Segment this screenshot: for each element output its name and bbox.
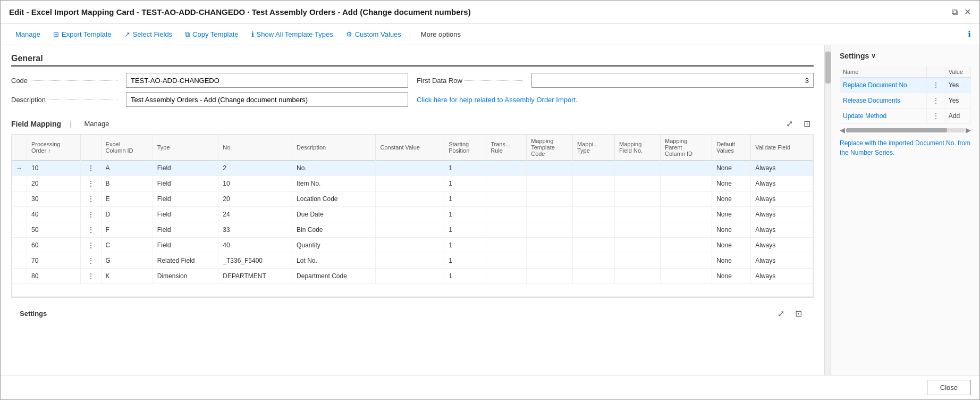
table-row[interactable]: 50 ⋮ F Field 33 Bin Code 1 None Always <box>12 222 813 238</box>
row-dots-button[interactable]: ⋮ <box>85 256 97 265</box>
settings-row[interactable]: Release Documents ⋮ Yes <box>840 93 971 109</box>
settings-name-link[interactable]: Release Documents <box>843 97 900 104</box>
row-dots-cell[interactable]: ⋮ <box>80 269 101 284</box>
row-validate-field: Always <box>751 253 813 269</box>
col-description[interactable]: Description <box>292 135 376 161</box>
row-excel-column: A <box>101 161 153 176</box>
settings-name[interactable]: Replace Document No. <box>840 78 926 93</box>
field-mapping-header: Field Mapping | Manage ⤢ ⊡ <box>11 118 814 130</box>
col-default-values[interactable]: DefaultValues <box>712 135 751 161</box>
row-dots-button[interactable]: ⋮ <box>85 271 97 281</box>
row-mapping-template <box>527 191 573 207</box>
field-mapping-manage[interactable]: Manage <box>80 119 114 129</box>
fullscreen-icon[interactable]: ⊡ <box>800 118 814 130</box>
col-mapping-parent[interactable]: MappingParentColumn ID <box>661 135 712 161</box>
settings-panel: Settings ∨ Name Value Replace Document N… <box>831 45 979 375</box>
select-fields-button[interactable]: ↗ Select Fields <box>118 27 179 41</box>
col-mapping-type[interactable]: Mappi...Type <box>573 135 615 161</box>
table-row[interactable]: 70 ⋮ G Related Field _T336_F5400 Lot No.… <box>12 253 813 269</box>
table-row[interactable]: 30 ⋮ E Field 20 Location Code 1 None Alw… <box>12 191 813 207</box>
row-no: 10 <box>218 176 292 191</box>
more-options-button[interactable]: More options <box>415 27 467 41</box>
scroll-right-icon[interactable]: ▶ <box>966 126 971 134</box>
show-all-template-button[interactable]: ℹ Show All Template Types <box>245 27 340 41</box>
code-label-cell: Code <box>11 77 117 85</box>
row-validate-field: Always <box>751 176 813 191</box>
row-dots-button[interactable]: ⋮ <box>85 179 97 188</box>
settings-name[interactable]: Release Documents <box>840 93 926 109</box>
row-dots-cell[interactable]: ⋮ <box>80 176 101 191</box>
scroll-thumb[interactable] <box>825 52 831 84</box>
table-row[interactable]: 20 ⋮ B Field 10 Item No. 1 None Always <box>12 176 813 191</box>
table-row[interactable]: 80 ⋮ K Dimension DEPARTMENT Department C… <box>12 269 813 284</box>
row-dots-button[interactable]: ⋮ <box>85 240 97 250</box>
col-no[interactable]: No. <box>218 135 292 161</box>
settings-expand-icon[interactable]: ⤢ <box>774 307 788 320</box>
settings-row[interactable]: Update Method ⋮ Add <box>840 109 971 124</box>
settings-dots-cell[interactable]: ⋮ <box>926 109 945 124</box>
scroll-left-icon[interactable]: ◀ <box>840 126 845 134</box>
col-mapping-field[interactable]: MappingField No. <box>615 135 661 161</box>
table-row[interactable]: 60 ⋮ C Field 40 Quantity 1 None Always <box>12 238 813 253</box>
col-trans-rule[interactable]: Trans...Rule <box>486 135 527 161</box>
settings-name-link[interactable]: Replace Document No. <box>843 81 909 89</box>
row-constant-value <box>376 238 444 253</box>
copy-template-button[interactable]: ⧉ Copy Template <box>179 27 244 42</box>
settings-name-link[interactable]: Update Method <box>843 112 886 120</box>
chevron-down-icon[interactable]: ∨ <box>871 52 876 60</box>
row-default-values: None <box>712 269 751 284</box>
code-label: Code <box>11 77 28 85</box>
col-processing-order[interactable]: ProcessingOrder ↑ <box>27 135 81 161</box>
manage-button[interactable]: Manage <box>9 27 47 41</box>
row-dots-cell[interactable]: ⋮ <box>80 222 101 238</box>
table-row[interactable]: → 10 ⋮ A Field 2 No. 1 None Always <box>12 161 813 176</box>
settings-dots-cell[interactable]: ⋮ <box>926 93 945 109</box>
col-starting-position[interactable]: StartingPosition <box>444 135 486 161</box>
toolbar-info-icon[interactable]: ℹ <box>968 29 971 39</box>
settings-name[interactable]: Update Method <box>840 109 926 124</box>
settings-dots-button[interactable]: ⋮ <box>930 96 942 105</box>
restore-icon[interactable]: ⧉ <box>952 7 958 17</box>
col-constant-value[interactable]: Constant Value <box>376 135 444 161</box>
settings-row[interactable]: Replace Document No. ⋮ Yes <box>840 78 971 93</box>
row-description: Due Date <box>292 207 376 222</box>
row-dots-cell[interactable]: ⋮ <box>80 191 101 207</box>
close-window-icon[interactable]: ✕ <box>964 7 971 17</box>
settings-dots-button[interactable]: ⋮ <box>930 111 942 121</box>
col-mapping-template[interactable]: MappingTemplateCode <box>527 135 573 161</box>
row-dots-button[interactable]: ⋮ <box>85 210 97 219</box>
col-excel-id[interactable]: ExcelColumn ID <box>101 135 153 161</box>
description-label-cell: Description <box>11 96 117 104</box>
row-dots-cell[interactable]: ⋮ <box>80 161 101 176</box>
help-link[interactable]: Click here for help related to Assembly … <box>417 96 814 104</box>
expand-icon[interactable]: ⤢ <box>783 118 796 130</box>
row-arrow-cell: → <box>12 161 27 176</box>
row-no: 24 <box>218 207 292 222</box>
custom-values-button[interactable]: ⚙ Custom Values <box>340 27 408 41</box>
col-validate-field[interactable]: Validate Field <box>751 135 813 161</box>
row-dots-button[interactable]: ⋮ <box>85 225 97 235</box>
row-validate-field: Always <box>751 207 813 222</box>
settings-dots-cell[interactable]: ⋮ <box>926 78 945 93</box>
row-mapping-type <box>573 176 615 191</box>
close-button[interactable]: Close <box>927 380 971 395</box>
row-dots-button[interactable]: ⋮ <box>85 163 97 173</box>
row-mapping-template <box>527 269 573 284</box>
description-input[interactable] <box>126 92 408 107</box>
row-dots-cell[interactable]: ⋮ <box>80 238 101 253</box>
table-row[interactable]: 40 ⋮ D Field 24 Due Date 1 None Always <box>12 207 813 222</box>
export-template-button[interactable]: ⊞ Export Template <box>47 27 118 41</box>
row-dots-button[interactable]: ⋮ <box>85 194 97 204</box>
row-validate-field: Always <box>751 191 813 207</box>
panel-scrollbar[interactable] <box>846 128 965 132</box>
horizontal-scrollbar[interactable] <box>11 297 814 304</box>
code-input[interactable] <box>126 73 408 88</box>
row-constant-value <box>376 207 444 222</box>
settings-dots-button[interactable]: ⋮ <box>930 80 942 90</box>
col-type[interactable]: Type <box>153 135 218 161</box>
settings-fullscreen-icon[interactable]: ⊡ <box>792 307 805 320</box>
row-dots-cell[interactable]: ⋮ <box>80 207 101 222</box>
row-dots-cell[interactable]: ⋮ <box>80 253 101 269</box>
vertical-scrollbar[interactable] <box>824 45 831 375</box>
first-data-row-input[interactable] <box>531 73 814 88</box>
